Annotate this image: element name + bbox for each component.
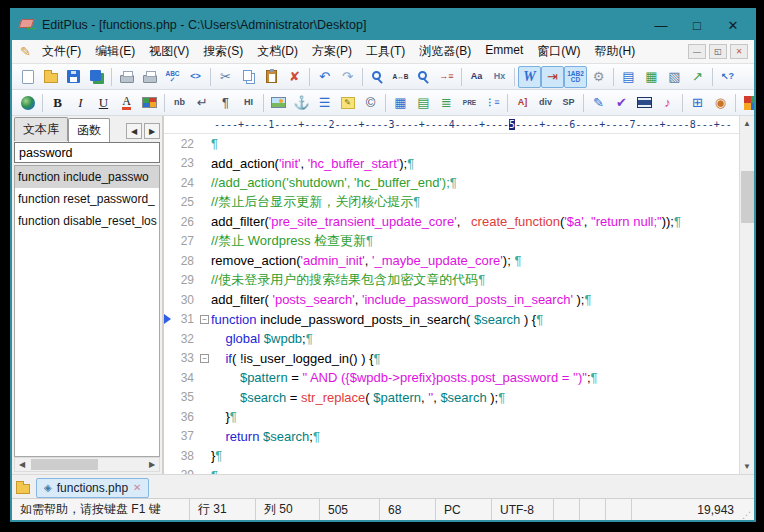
insert-image-button[interactable] [267,92,290,114]
new-file-button[interactable] [16,66,39,88]
code-lines[interactable]: 22¶23add_action('init', 'hc_buffer_start… [164,134,739,474]
window-list-button[interactable]: ▦ [640,66,663,88]
mdi-restore-button[interactable]: ◱ [709,44,727,59]
italic-button[interactable]: I [69,92,92,114]
vscroll-track[interactable] [740,131,754,459]
tab-textlib[interactable]: 文本库 [14,117,68,141]
hex-viewer-button[interactable]: Hx [488,66,511,88]
special-chars-button[interactable]: © [359,92,382,114]
menu-project[interactable]: 方案(P) [305,40,359,63]
tab-scroll-left-button[interactable]: ◀ [126,123,142,139]
menu-document[interactable]: 文档(D) [250,40,305,63]
copy-button[interactable] [237,66,260,88]
line-numbers-button[interactable]: 1AB2CD [564,66,587,88]
print-preview-button[interactable] [115,66,138,88]
menu-file[interactable]: 文件(F) [35,40,88,63]
color-picker-button[interactable] [138,92,161,114]
browser-preview-button[interactable]: ▧ [663,66,686,88]
function-list-item[interactable]: function reset_password_ [15,188,159,210]
editor-area[interactable]: ----+----1----+----2----+----3----+----4… [164,116,754,474]
tab-functions[interactable]: 函数 [68,118,110,142]
list-tag-button[interactable]: ⋮≡ [481,92,504,114]
anchor-button[interactable]: ⚓ [290,92,313,114]
mdi-close-button[interactable]: ✕ [730,44,748,59]
tab-close-icon[interactable]: ✕ [133,482,141,493]
menu-window[interactable]: 窗口(W) [530,40,587,63]
table-rows-button[interactable]: ▤ [412,92,435,114]
find-button[interactable] [366,66,389,88]
scroll-right-arrow-icon[interactable]: ▶ [145,460,159,469]
goto-line-button[interactable]: →≡ [435,66,458,88]
underline-button[interactable]: U [92,92,115,114]
font-button[interactable]: Aa [465,66,488,88]
document-list-button[interactable]: ▤ [617,66,640,88]
vscroll-thumb[interactable] [741,171,754,223]
memo-button[interactable]: ✎ [336,92,359,114]
scroll-left-arrow-icon[interactable]: ◀ [15,460,29,469]
find-in-files-button[interactable] [412,66,435,88]
font-color-button[interactable]: A [115,92,138,114]
media-button[interactable] [633,92,656,114]
print-button[interactable] [138,66,161,88]
replace-button[interactable]: A↔B [389,66,412,88]
menu-help[interactable]: 帮助(H) [588,40,643,63]
font-tag-button[interactable]: A] [511,92,534,114]
close-button[interactable]: ✕ [716,13,750,37]
fold-toggle-icon[interactable]: − [200,354,209,363]
mdi-minimize-button[interactable]: — [688,44,706,59]
form-edit-button[interactable]: ✎ [587,92,610,114]
function-search-input[interactable] [14,142,160,163]
cut-button[interactable]: ✂ [214,66,237,88]
context-help-button[interactable]: ↖? [716,66,739,88]
windows-logo-button[interactable] [739,92,754,114]
span-tag-button[interactable]: SP [557,92,580,114]
menu-search[interactable]: 搜索(S) [196,40,250,63]
open-in-browser-button[interactable]: ↗ [686,66,709,88]
menu-view[interactable]: 视图(V) [142,40,196,63]
form-options-button[interactable]: ◉ [709,92,732,114]
tab-scroll-right-button[interactable]: ▶ [144,123,160,139]
menu-browser[interactable]: 浏览器(B) [412,40,478,63]
div-tag-button[interactable]: div [534,92,557,114]
insert-table-button[interactable]: ▦ [389,92,412,114]
undo-button[interactable]: ↶ [313,66,336,88]
paragraph-button[interactable]: ¶ [214,92,237,114]
heading-button[interactable]: HI [237,92,260,114]
directory-window-icon[interactable] [16,484,30,494]
menu-tools[interactable]: 工具(T) [359,40,412,63]
save-button[interactable] [62,66,85,88]
audio-button[interactable]: ♪ [656,92,679,114]
resize-grip[interactable]: ⋰ [742,510,754,520]
function-list-item[interactable]: function disable_reset_los [15,210,159,232]
menu-edit[interactable]: 编辑(E) [88,40,142,63]
minimize-button[interactable]: — [644,13,678,37]
scroll-down-arrow-icon[interactable]: ▼ [740,459,754,474]
script-tag-button[interactable]: ✔ [610,92,633,114]
nbsp-button[interactable]: nb [168,92,191,114]
scroll-up-arrow-icon[interactable]: ▲ [740,116,754,131]
html-tags-button[interactable]: <> [184,66,207,88]
scroll-track[interactable] [29,458,145,471]
line-break-button[interactable]: ↵ [191,92,214,114]
view-in-browser-button[interactable] [16,92,39,114]
form-fields-button[interactable]: ⊞ [686,92,709,114]
fold-toggle-icon[interactable]: − [200,315,209,324]
sidebar-horizontal-scrollbar[interactable]: ◀ ▶ [14,457,160,472]
bold-button[interactable]: B [46,92,69,114]
menu-emmet[interactable]: Emmet [478,40,530,63]
function-list-item[interactable]: function include_passwo [15,166,159,188]
preformatted-button[interactable]: PRE [458,92,481,114]
auto-indent-button[interactable]: ⇥ [541,66,564,88]
tab-functions-php[interactable]: ◈ functions.php ✕ [36,478,149,498]
align-center-button[interactable]: ≣ [435,92,458,114]
paste-button[interactable] [260,66,283,88]
horizontal-rule-button[interactable]: ☰ [313,92,336,114]
maximize-button[interactable]: □ [680,13,714,37]
delete-button[interactable]: ✘ [283,66,306,88]
open-file-button[interactable] [39,66,62,88]
preferences-button[interactable]: ⚙ [587,66,610,88]
save-all-button[interactable] [85,66,108,88]
spell-check-button[interactable]: ABC✓ [161,66,184,88]
scroll-thumb[interactable] [31,459,98,470]
redo-button[interactable]: ↷ [336,66,359,88]
